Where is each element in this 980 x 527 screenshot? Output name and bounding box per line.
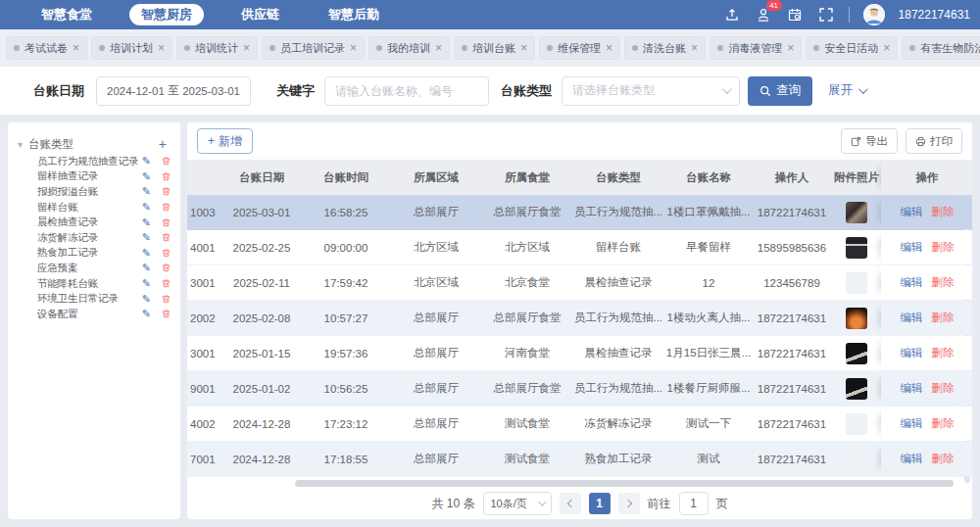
edit-link[interactable]: 编辑 (901, 275, 923, 290)
tab[interactable]: 清洗台账 × (624, 36, 706, 60)
delete-link[interactable]: 删除 (932, 205, 955, 219)
add-type-icon[interactable]: + (159, 136, 167, 152)
nav-item[interactable]: 供应链 (229, 4, 291, 25)
delete-link[interactable]: 删除 (932, 416, 955, 431)
attachment-thumbnail[interactable] (846, 272, 867, 294)
delete-icon[interactable] (161, 232, 172, 243)
delete-link[interactable]: 删除 (932, 275, 955, 290)
edit-link[interactable]: 编辑 (901, 311, 923, 325)
delete-link[interactable]: 删除 (932, 311, 955, 325)
tab-close-icon[interactable]: × (350, 42, 357, 54)
attachment-thumbnail[interactable] (846, 413, 867, 435)
delete-link[interactable]: 删除 (932, 452, 955, 466)
tree-item[interactable]: 晨检抽查记录 ✎ (18, 215, 174, 230)
delete-icon[interactable] (161, 294, 172, 305)
tab-close-icon[interactable]: × (520, 42, 527, 54)
tree-item[interactable]: 报损报溢台账 ✎ (18, 184, 174, 200)
export-button[interactable]: 导出 (841, 128, 898, 154)
table-row[interactable]: 7001 2024-12-28 17:18:55 总部展厅 测试食堂 熟食加工记… (187, 442, 972, 477)
edit-link[interactable]: 编辑 (901, 205, 923, 219)
delete-link[interactable]: 删除 (932, 346, 955, 360)
edit-link[interactable]: 编辑 (901, 381, 923, 396)
tree-collapse-icon[interactable]: ▾ (18, 139, 23, 150)
table-row[interactable]: 3001 2025-01-15 19:57:36 总部展厅 河南食堂 晨检抽查记… (187, 336, 972, 371)
delete-icon[interactable] (161, 217, 172, 228)
table-row[interactable]: 9001 2025-01-02 10:56:25 总部展厅 总部展厅食堂 员工行… (187, 371, 972, 407)
edit-icon[interactable]: ✎ (142, 201, 151, 214)
tree-item[interactable]: 熟食加工记录 ✎ (18, 246, 174, 262)
page-size-select[interactable]: 10条/页 (483, 492, 552, 515)
page-number[interactable]: 1 (589, 493, 611, 514)
delete-link[interactable]: 删除 (932, 381, 955, 396)
table-row[interactable]: 3001 2025-02-11 17:59:42 北京区域 北京食堂 晨检抽查记… (187, 265, 972, 301)
keyword-input[interactable] (324, 76, 489, 106)
edit-icon[interactable]: ✎ (142, 170, 151, 183)
edit-icon[interactable]: ✎ (142, 185, 151, 198)
edit-icon[interactable]: ✎ (142, 308, 151, 320)
edit-icon[interactable]: ✎ (142, 216, 151, 229)
attachment-thumbnail[interactable] (846, 308, 867, 329)
tab[interactable]: 培训计划 × (91, 36, 172, 60)
tab[interactable]: 维保管理 × (539, 36, 620, 60)
delete-link[interactable]: 删除 (932, 240, 955, 255)
tab-close-icon[interactable]: × (243, 42, 250, 54)
edit-link[interactable]: 编辑 (901, 452, 923, 466)
delete-icon[interactable] (161, 202, 172, 213)
tree-item[interactable]: 冻货解冻记录 ✎ (18, 230, 174, 246)
delete-icon[interactable] (161, 309, 172, 319)
expand-toggle[interactable]: 展开 (828, 82, 865, 99)
type-select[interactable]: 请选择台账类型 (562, 76, 740, 106)
tab[interactable]: 有害生物防治 × (902, 36, 980, 60)
tab[interactable]: 我的培训 × (368, 36, 450, 60)
delete-icon[interactable] (161, 278, 172, 289)
tab-close-icon[interactable]: × (691, 42, 698, 54)
upload-icon[interactable] (723, 6, 741, 24)
edit-icon[interactable]: ✎ (142, 155, 151, 168)
tree-item[interactable]: 留样抽查记录 ✎ (18, 169, 174, 185)
delete-icon[interactable] (161, 248, 172, 259)
edit-icon[interactable]: ✎ (142, 277, 151, 290)
edit-link[interactable]: 编辑 (901, 240, 923, 255)
nav-item[interactable]: 智慧食堂 (29, 4, 104, 25)
attachment-thumbnail[interactable] (846, 343, 867, 364)
print-button[interactable]: 打印 (906, 128, 962, 154)
notifications-icon[interactable]: 41 (755, 6, 772, 24)
attachment-thumbnail[interactable] (846, 237, 867, 259)
tab[interactable]: 培训统计 × (176, 36, 258, 60)
tree-item[interactable]: 员工行为规范抽查记录 ✎ (18, 154, 174, 169)
tab-close-icon[interactable]: × (883, 42, 890, 54)
user-avatar[interactable] (863, 4, 885, 25)
tab[interactable]: 考试试卷 × (6, 36, 87, 60)
edit-icon[interactable]: ✎ (142, 247, 151, 260)
nav-item[interactable]: 智慧后勤 (317, 4, 391, 25)
horizontal-scrollbar[interactable] (295, 480, 954, 487)
tab-close-icon[interactable]: × (73, 42, 79, 54)
table-row[interactable]: 2002 2025-02-08 10:57:27 总部展厅 总部展厅食堂 员工行… (187, 301, 972, 336)
tab-close-icon[interactable]: × (435, 42, 442, 54)
delete-icon[interactable] (161, 186, 172, 197)
table-row[interactable]: 4001 2025-02-25 09:00:00 北方区域 北方区域 留样台账 … (187, 230, 972, 265)
date-end[interactable]: 2025-03-01 (182, 85, 240, 97)
table-row[interactable]: 4002 2024-12-28 17:23:12 总部展厅 测试食堂 冻货解冻记… (187, 407, 972, 442)
nav-item[interactable]: 智慧厨房 (129, 4, 204, 25)
tab[interactable]: 员工培训记录 × (262, 36, 365, 60)
tree-item[interactable]: 留样台账 ✎ (18, 200, 174, 216)
tree-item[interactable]: 应急预案 ✎ (18, 261, 174, 276)
edit-icon[interactable]: ✎ (142, 293, 151, 306)
tab[interactable]: 安全日活动 × (806, 36, 898, 60)
delete-icon[interactable] (161, 171, 172, 182)
date-start[interactable]: 2024-12-01 (107, 85, 165, 97)
prev-page-button[interactable] (560, 493, 581, 514)
edit-link[interactable]: 编辑 (901, 346, 923, 360)
fullscreen-icon[interactable] (817, 6, 835, 24)
add-button[interactable]: + 新增 (197, 128, 253, 154)
delete-icon[interactable] (161, 156, 172, 167)
delete-icon[interactable] (161, 263, 172, 273)
tab[interactable]: 消毒液管理 × (710, 36, 802, 60)
edit-icon[interactable]: ✎ (142, 231, 151, 244)
edit-link[interactable]: 编辑 (901, 416, 923, 431)
tree-item[interactable]: 节能降耗台账 ✎ (18, 276, 174, 292)
goto-page-input[interactable] (679, 492, 709, 515)
date-range-picker[interactable]: 2024-12-01 至 2025-03-01 (96, 76, 251, 106)
search-button[interactable]: 查询 (748, 76, 812, 106)
